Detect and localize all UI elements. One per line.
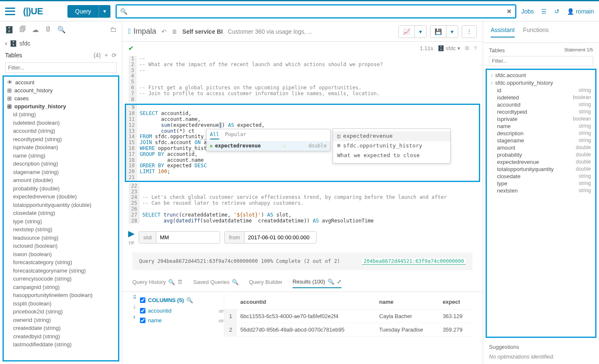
column-item[interactable]: lastmodifieddate (string) xyxy=(5,340,116,349)
assist-filter-input[interactable] xyxy=(489,56,593,66)
clear-search-icon[interactable]: ✖ xyxy=(507,8,512,15)
column-item[interactable]: name (string) xyxy=(5,152,116,160)
assist-column[interactable]: descriptionstring xyxy=(489,130,593,137)
undo-icon[interactable]: ↶ xyxy=(161,28,167,35)
column-item[interactable]: ownerid (string) xyxy=(5,316,116,324)
column-item[interactable]: nextstep (string) xyxy=(5,225,116,234)
assist-table[interactable]: isfdc.opportunity_history xyxy=(489,79,593,87)
column-item[interactable]: amount (double) xyxy=(5,176,116,185)
th-accountid[interactable]: accountid xyxy=(237,294,376,310)
back-icon[interactable]: ‹ xyxy=(5,40,7,47)
assist-column[interactable]: accountidstring xyxy=(489,101,593,108)
doc-icon[interactable]: 🗎 xyxy=(172,28,177,35)
tab-saved-queries[interactable]: Saved Queries 🔍 xyxy=(193,276,239,288)
assist-column[interactable]: stagenamestring xyxy=(489,137,593,144)
chart-button[interactable]: 📈 xyxy=(399,26,414,37)
sql-editor-active[interactable]: 9101112131415161718192021 SELECT account… xyxy=(125,104,480,182)
table-item[interactable]: ⊞ opportunity_history xyxy=(5,102,116,110)
assist-column[interactable]: typestring xyxy=(489,180,593,187)
column-item[interactable]: description (string) xyxy=(5,160,116,168)
map-icon[interactable]: 🗺 xyxy=(129,240,134,246)
column-checkbox[interactable] xyxy=(140,318,145,323)
sql-editor-top[interactable]: 12345678---- What are the impact of the … xyxy=(127,55,478,104)
assist-column[interactable]: namestring xyxy=(489,123,593,130)
column-item[interactable]: accountid (string) xyxy=(5,127,116,135)
chart-caret[interactable]: ▾ xyxy=(414,26,426,37)
add-table-icon[interactable]: ＋ xyxy=(103,51,109,59)
column-checkbox[interactable] xyxy=(140,308,145,313)
assist-column[interactable]: isprivateboolean xyxy=(489,115,593,123)
column-item[interactable]: createddate (string) xyxy=(5,324,116,332)
jobs-link[interactable]: Jobs xyxy=(521,8,534,15)
assist-column[interactable]: nextstenstring xyxy=(489,187,593,194)
tab-assistant[interactable]: Assistant xyxy=(491,27,515,37)
refresh-tables-icon[interactable]: ⟳ xyxy=(112,52,117,59)
tab-results[interactable]: Results (100) 🔍 ⤢ xyxy=(293,276,341,288)
column-item[interactable]: recordtypeid (string) xyxy=(5,135,116,144)
grid-view-icon[interactable]: ⠿ xyxy=(133,294,137,300)
query-dropdown-caret[interactable]: ▾ xyxy=(99,5,110,18)
column-item[interactable]: closedate (string) xyxy=(5,209,116,217)
column-item[interactable]: currencyisocode (string) xyxy=(5,275,116,283)
ac-tab-all[interactable]: All xyxy=(210,131,219,139)
storage-icon[interactable]: 🛢 xyxy=(45,26,51,34)
assist-column[interactable]: recordtypeidstring xyxy=(489,108,593,115)
tab-query-builder[interactable]: Query Builder xyxy=(249,276,282,288)
column-item[interactable]: leadsource (string) xyxy=(5,234,116,242)
table-row[interactable]: 2 56dd27d0-95b6-49a9-abcd-0070c781eb95 T… xyxy=(224,323,473,337)
sql-editor-bottom[interactable]: 22232425262728-- Let's check global cust… xyxy=(127,182,478,225)
from-input[interactable] xyxy=(244,232,316,243)
column-item[interactable]: id (string) xyxy=(5,110,116,119)
th-expected[interactable]: expect xyxy=(439,294,473,310)
slot-input[interactable] xyxy=(156,232,220,243)
column-item[interactable]: isclosed (boolean) xyxy=(5,242,116,250)
db-selector[interactable]: 🗄️ sfdc ▾ xyxy=(438,45,460,51)
assist-column[interactable]: isdeletedboolean xyxy=(489,94,593,101)
assist-column[interactable]: closedatestring xyxy=(489,173,593,180)
table-item[interactable]: ⊞ cases xyxy=(5,94,116,102)
column-item[interactable]: stagename (string) xyxy=(5,168,116,177)
columns-checkall[interactable] xyxy=(140,297,145,303)
table-item[interactable]: ⊞ account_history xyxy=(5,86,116,94)
search-assist-icon[interactable]: 🔍 xyxy=(57,26,66,34)
column-item[interactable]: pricebook2id (string) xyxy=(5,308,116,316)
column-row[interactable]: accountidstr xyxy=(140,306,224,316)
assist-table[interactable]: isfdc.account xyxy=(489,72,593,79)
column-item[interactable]: forecastcategory (string) xyxy=(5,258,116,267)
execute-button[interactable]: ▶ xyxy=(128,228,134,238)
collapse-icon[interactable]: ‹ xyxy=(133,313,135,321)
search-icon[interactable]: 🔍 xyxy=(186,297,193,303)
column-item[interactable]: expectedrevenue (double) xyxy=(5,193,116,201)
tab-functions[interactable]: Functions xyxy=(523,27,549,37)
jobs-list-icon[interactable]: ☰ xyxy=(541,8,547,15)
column-item[interactable]: totalopportunityquantity (double) xyxy=(5,201,116,209)
column-item[interactable]: isprivate (boolean) xyxy=(5,143,116,152)
assist-column[interactable]: amountdouble xyxy=(489,144,593,151)
ac-item[interactable]: expectedrevenue ☆ double xyxy=(207,142,330,151)
th-name[interactable]: name xyxy=(376,294,440,310)
settings-icon[interactable]: ⚙ xyxy=(465,45,470,51)
more-button[interactable]: ⋮ xyxy=(462,26,476,37)
column-item[interactable]: hasopportunitylineitem (boolean) xyxy=(5,291,116,300)
query-id-link[interactable]: 204bea8672d44521:63f9a74c00000000 xyxy=(362,258,466,265)
history-icon[interactable]: ↺ xyxy=(554,8,559,15)
assist-column[interactable]: totalopportunityquantitydouble xyxy=(489,166,593,173)
column-item[interactable]: createdbyid (string) xyxy=(5,332,116,341)
column-item[interactable]: issplit (boolean) xyxy=(5,300,116,308)
files-icon[interactable]: 🗐 xyxy=(19,26,26,34)
column-row[interactable]: namestr xyxy=(140,316,224,325)
ac-tab-popular[interactable]: Popular xyxy=(225,131,247,139)
hue-logo[interactable]: (|)UE xyxy=(20,6,62,17)
column-item[interactable]: iswon (boolean) xyxy=(5,250,116,259)
assist-column[interactable]: probabilitydouble xyxy=(489,151,593,158)
search-input[interactable] xyxy=(117,5,515,17)
column-item[interactable]: isdeleted (boolean) xyxy=(5,119,116,127)
column-item[interactable]: type (string) xyxy=(5,217,116,226)
collections-icon[interactable]: 🗀 xyxy=(110,26,117,34)
save-button[interactable]: 💾 xyxy=(430,26,446,37)
tables-filter-input[interactable] xyxy=(5,62,117,73)
user-menu[interactable]: 👤 romain xyxy=(567,8,594,15)
query-button[interactable]: Query xyxy=(67,5,99,18)
doc-title[interactable]: Self service BI xyxy=(183,28,223,35)
db-name[interactable]: sfdc xyxy=(19,40,30,47)
